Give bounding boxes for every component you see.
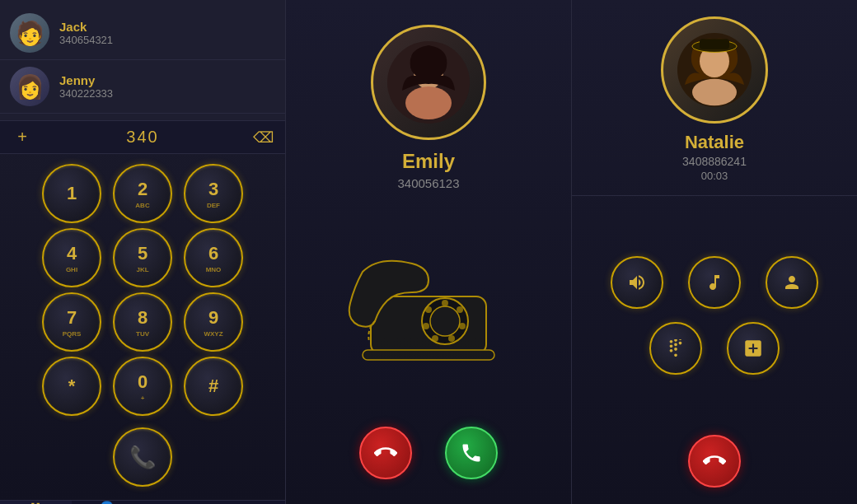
caller-info: Emily 340056123	[371, 25, 486, 190]
keypad-row-4: * 0+ #	[42, 357, 243, 416]
key-star[interactable]: *	[42, 357, 101, 416]
rotary-phone-area	[346, 190, 511, 427]
contact-name-jenny: Jenny	[59, 73, 113, 87]
key-9[interactable]: 9WXYZ	[184, 292, 243, 352]
keypad-row-1: 1 2ABC 3DEF	[42, 164, 243, 223]
add-call-button[interactable]	[727, 322, 780, 375]
key-2[interactable]: 2ABC	[113, 164, 172, 223]
dial-input-row: + 340 ⌫	[0, 120, 285, 154]
contact-number-jack: 340654321	[59, 34, 113, 46]
speaker-button[interactable]	[611, 256, 663, 309]
incoming-call-actions	[359, 427, 498, 479]
svg-rect-14	[363, 350, 494, 360]
svg-point-7	[442, 300, 448, 306]
contact-list: 🧑 Jack 340654321 👩 Jenny 340222333	[0, 0, 285, 120]
dial-plus-button[interactable]: +	[10, 128, 35, 147]
keypad-row-3: 7PQRS 8TUV 9WXYZ	[42, 292, 243, 352]
music-icon	[705, 273, 724, 292]
keypad-nav-icon: ⠿	[29, 501, 42, 504]
svg-point-8	[457, 306, 463, 313]
svg-point-13	[425, 306, 432, 313]
end-call-icon	[703, 450, 726, 473]
speaker-icon	[627, 273, 647, 292]
dial-call-button[interactable]: 📞	[113, 427, 172, 487]
contact-name-jack: Jack	[59, 20, 113, 34]
contacts-nav-icon: 👤	[96, 501, 118, 504]
svg-point-11	[432, 335, 438, 342]
caller-number-emily: 340056123	[397, 176, 459, 190]
svg-point-9	[459, 323, 466, 329]
more-nav-icon: •••	[240, 501, 259, 504]
active-call-panel: Natalie 3408886241 00:03	[572, 0, 857, 504]
keypad-button[interactable]	[649, 322, 702, 375]
dialer-panel: 🧑 Jack 340654321 👩 Jenny 340222333 + 340…	[0, 0, 286, 504]
contact-item-jack[interactable]: 🧑 Jack 340654321	[0, 7, 285, 60]
active-caller-number: 3408886241	[682, 155, 747, 168]
key-1[interactable]: 1	[42, 164, 101, 223]
accept-button[interactable]	[445, 427, 498, 479]
accept-icon	[460, 441, 483, 464]
key-8[interactable]: 8TUV	[113, 292, 172, 352]
svg-point-3	[405, 86, 452, 119]
controls-row-2	[649, 322, 780, 375]
key-4[interactable]: 4GHI	[42, 228, 101, 287]
favorites-nav-icon: ★	[170, 501, 186, 504]
contact-number-jenny: 340222333	[59, 87, 113, 100]
end-call-row	[572, 435, 857, 504]
active-caller-info: Natalie 3408886241 00:03	[572, 0, 857, 196]
natalie-avatar-svg	[677, 33, 752, 107]
key-hash[interactable]: #	[184, 357, 243, 416]
end-call-button[interactable]	[688, 435, 741, 488]
key-0[interactable]: 0+	[113, 357, 172, 416]
decline-button[interactable]	[359, 427, 412, 479]
rotary-phone-icon	[346, 247, 511, 371]
caller-photo-natalie	[661, 16, 768, 124]
key-5[interactable]: 5JKL	[113, 228, 172, 287]
controls-row-1	[611, 256, 818, 309]
svg-point-17	[692, 79, 737, 105]
nav-more[interactable]: •••	[214, 501, 286, 504]
contact-button[interactable]	[766, 256, 818, 309]
nav-contacts[interactable]: 👤	[72, 501, 143, 504]
keypad-row-2: 4GHI 5JKL 6MNO	[42, 228, 243, 287]
decline-icon	[374, 441, 397, 464]
svg-point-10	[448, 335, 455, 342]
incoming-call-panel: Emily 340056123	[286, 0, 572, 504]
contact-item-jenny[interactable]: 👩 Jenny 340222333	[0, 60, 285, 114]
caller-name-emily: Emily	[402, 150, 455, 173]
svg-point-12	[423, 323, 429, 329]
backspace-button[interactable]: ⌫	[251, 128, 275, 147]
active-call-controls	[572, 196, 857, 435]
call-timer: 00:03	[701, 170, 728, 182]
svg-point-6	[430, 306, 460, 336]
key-7[interactable]: 7PQRS	[42, 292, 101, 352]
call-btn-row: 📞	[113, 421, 172, 493]
key-3[interactable]: 3DEF	[184, 164, 243, 223]
bottom-nav: ⠿ 👤 ★ •••	[0, 500, 285, 504]
contact-info-jenny: Jenny 340222333	[59, 73, 113, 100]
caller-photo-emily	[371, 25, 486, 140]
key-6[interactable]: 6MNO	[184, 228, 243, 287]
dial-display[interactable]: 340	[41, 128, 244, 147]
dialpad-icon	[667, 339, 685, 357]
avatar-jack: 🧑	[10, 13, 49, 53]
keypad: 1 2ABC 3DEF 4GHI 5JKL 6MNO 7PQRS 8TUV 9W…	[0, 154, 285, 500]
active-caller-name: Natalie	[685, 132, 744, 153]
nav-keypad[interactable]: ⠿	[0, 501, 72, 504]
emily-avatar-svg	[387, 41, 470, 124]
contact-icon	[782, 273, 802, 292]
music-button[interactable]	[688, 256, 741, 309]
nav-favorites[interactable]: ★	[143, 501, 214, 504]
avatar-jenny: 👩	[10, 67, 49, 106]
contact-info-jack: Jack 340654321	[59, 20, 113, 46]
svg-rect-19	[700, 39, 729, 49]
add-call-icon	[742, 338, 764, 359]
